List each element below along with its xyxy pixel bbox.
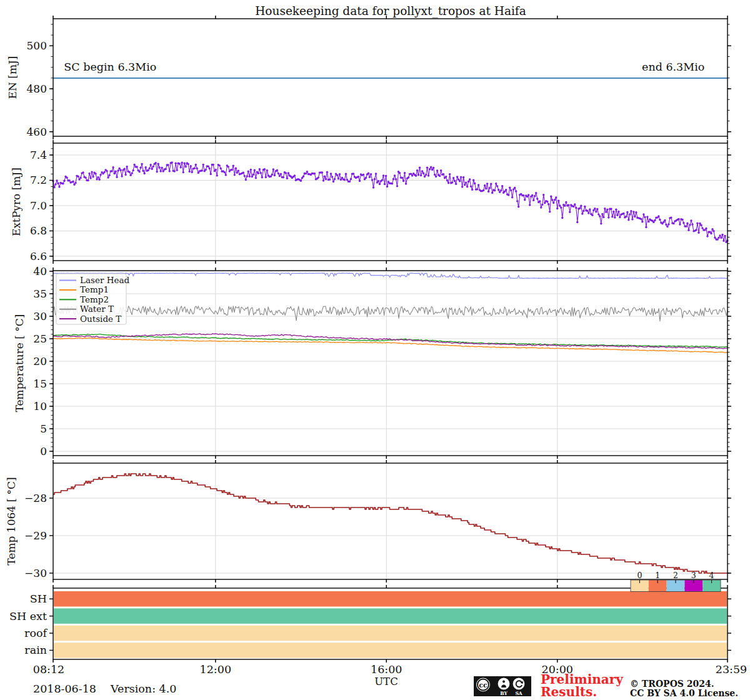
y-tick-label: 35 (33, 288, 47, 300)
legend-label: Water T (80, 304, 114, 314)
footer-date: 2018-06-18 (33, 682, 96, 695)
y-tick-label: 7.0 (30, 199, 47, 212)
y-tick-label: 5 (40, 422, 47, 435)
y-tick-label: 25 (33, 332, 47, 345)
status-row-label: SH (30, 592, 47, 605)
panel-temp1064: −28−29−30Temp 1064 [ °C] (5, 460, 731, 582)
panel-temperature: 0510152025303540Temperature [ °C]Laser H… (13, 265, 731, 459)
y-tick-label: −29 (24, 529, 47, 542)
housekeeping-figure: Housekeeping data for pollyxt_tropos at … (0, 0, 750, 700)
panel-extpyro: 6.66.87.07.27.4ExtPyro [mJ] (10, 140, 731, 264)
y-tick-label: 0 (40, 445, 47, 458)
y-tick-label: 6.8 (30, 224, 47, 237)
status-row-rain (54, 642, 727, 658)
y-tick-label: −28 (24, 492, 47, 504)
copyright-line2: CC BY SA 4.0 License. (630, 688, 738, 698)
status-row-sh (54, 591, 727, 607)
footer-version: Version: 4.0 (111, 682, 176, 695)
preliminary-results-note: Preliminary Results. (541, 673, 623, 698)
x-tick-label: 08:12 (33, 663, 64, 676)
legend-label: Laser Head (80, 275, 129, 285)
y-tick-label: 480 (27, 82, 47, 95)
x-tick-label: 12:00 (200, 663, 231, 676)
y-tick-label: 20 (33, 355, 47, 368)
panel-en: 460480500EN [mJ]SC begin 6.3Mioend 6.3Mi… (6, 16, 731, 139)
x-axis-label: UTC (355, 676, 418, 688)
y-axis-label-en: EN [mJ] (6, 56, 19, 99)
series-temp-1064 (53, 474, 728, 573)
colorbar-label: 3 (691, 571, 696, 580)
cc-license-badge: cc BY SA (474, 676, 531, 696)
status-row-label: SH ext (9, 610, 47, 622)
svg-text:SA: SA (515, 691, 522, 696)
series-temp2 (53, 334, 728, 348)
x-tick-label: 23:59 (716, 663, 747, 676)
panel-status: SHSH extroofrain08:1212:0016:0020:0023:5… (9, 571, 747, 676)
cc-icon: cc (477, 678, 490, 691)
y-tick-label: 30 (33, 310, 47, 322)
copyright-note: © TROPOS 2024. CC BY SA 4.0 License. (630, 679, 738, 698)
y-tick-label: 40 (33, 265, 47, 278)
chart-canvas: 460480500EN [mJ]SC begin 6.3Mioend 6.3Mi… (0, 0, 750, 700)
series-outside-t (53, 334, 728, 349)
status-row-label: rain (24, 644, 47, 656)
series-water-t (53, 306, 728, 321)
status-row-sh-ext (54, 608, 727, 624)
y-axis-label-extpyro: ExtPyro [mJ] (10, 168, 22, 236)
svg-text:cc: cc (479, 681, 488, 689)
y-tick-label: 15 (33, 378, 47, 390)
colorbar-label: 2 (673, 571, 678, 580)
legend-label: Temp1 (80, 284, 109, 294)
y-tick-label: 7.4 (30, 149, 47, 161)
y-tick-label: 460 (27, 126, 47, 138)
svg-text:BY: BY (500, 691, 508, 696)
x-tick-label: 16:00 (371, 663, 402, 676)
y-tick-label: 7.2 (30, 174, 47, 186)
colorbar-label: 1 (655, 571, 660, 580)
series-extpyro (53, 162, 728, 242)
colorbar-label: 0 (637, 571, 642, 580)
y-tick-label: −30 (24, 567, 47, 579)
series-laser-head (53, 273, 728, 278)
colorbar-label: 4 (709, 571, 714, 580)
y-tick-label: 6.6 (30, 250, 47, 262)
status-row-label: roof (24, 627, 48, 639)
legend-label: Outside T (80, 314, 121, 324)
y-axis-label-temperature: Temperature [ °C] (13, 314, 26, 412)
y-axis-label-temp1064: Temp 1064 [ °C] (5, 477, 18, 565)
y-tick-label: 500 (27, 39, 47, 52)
status-row-roof (54, 626, 727, 641)
preliminary-line2: Results. (541, 684, 597, 699)
y-tick-label: 10 (33, 400, 47, 412)
sc-end-annotation: end 6.3Mio (642, 61, 704, 73)
legend-label: Temp2 (80, 294, 109, 304)
sc-begin-annotation: SC begin 6.3Mio (64, 61, 156, 73)
